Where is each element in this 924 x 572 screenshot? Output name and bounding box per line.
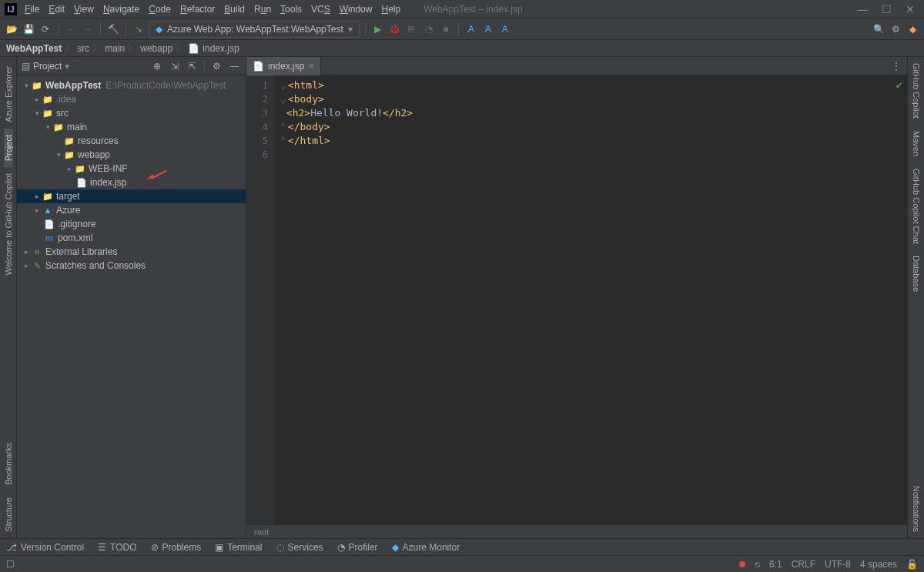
- expand-all-icon[interactable]: ⇲: [168, 59, 182, 73]
- search-icon[interactable]: 🔍: [872, 22, 886, 36]
- editor-tabs: 📄 index.jsp ✕ ⋮: [246, 57, 907, 75]
- quick-access-icon[interactable]: ☐: [6, 559, 15, 570]
- toolwindow-bookmarks[interactable]: Bookmarks: [4, 437, 13, 491]
- toolwindow-copilot-chat[interactable]: GitHub Copilot Chat: [912, 162, 921, 250]
- copilot-status-icon[interactable]: ⎋: [755, 559, 760, 570]
- project-tree[interactable]: ▾📁 WebAppTest E:\ProductCode\WebAppTest …: [17, 75, 246, 538]
- toolwindow-azure-explorer[interactable]: Azure Explorer: [4, 60, 13, 129]
- menu-view[interactable]: View: [74, 4, 94, 15]
- indent-setting[interactable]: 4 spaces: [860, 559, 897, 570]
- caret-position[interactable]: 6:1: [769, 559, 782, 570]
- terminal-icon: ▣: [215, 542, 223, 553]
- read-only-lock-icon[interactable]: 🔓: [906, 559, 918, 570]
- stop-icon[interactable]: ■: [439, 22, 453, 36]
- inspection-ok-icon[interactable]: ✔: [896, 79, 902, 91]
- select-run-icon[interactable]: ↘: [132, 22, 146, 36]
- toolwindow-github-copilot[interactable]: GitHub Copilot: [912, 57, 921, 125]
- select-opened-file-icon[interactable]: ⊕: [150, 59, 164, 73]
- toolwindow-todo[interactable]: ☰TODO: [98, 542, 136, 553]
- tree-node-target[interactable]: ▸📁 target: [17, 189, 246, 203]
- tree-node-webinf[interactable]: ▸📁 WEB-INF: [17, 162, 246, 176]
- project-view-selector[interactable]: ▤ Project ▾: [22, 61, 69, 72]
- editor-tab-index-jsp[interactable]: 📄 index.jsp ✕: [246, 57, 321, 75]
- code-content[interactable]: ⌄<html> ⌄<body> <h2>Hello World!</h2> ⌃<…: [274, 75, 907, 524]
- close-tab-icon[interactable]: ✕: [308, 62, 314, 70]
- menu-help[interactable]: Help: [381, 4, 400, 15]
- menu-file[interactable]: File: [25, 4, 39, 15]
- save-all-icon[interactable]: 💾: [22, 22, 35, 36]
- toolwindow-project[interactable]: Project: [4, 129, 13, 167]
- run-icon[interactable]: ▶: [371, 22, 385, 36]
- code-editor[interactable]: 1 2 3 4 5 6 ⌄<html> ⌄<body> <h2>Hello Wo…: [246, 75, 907, 524]
- sync-icon[interactable]: ⟳: [38, 22, 52, 36]
- breadcrumb[interactable]: WebAppTest: [6, 43, 62, 54]
- menu-navigate[interactable]: Navigate: [103, 4, 139, 15]
- tree-node-resources[interactable]: 📁 resources: [17, 134, 246, 148]
- jsp-icon: 📄: [188, 43, 199, 54]
- profile-icon[interactable]: ◔: [422, 22, 436, 36]
- tree-node-idea[interactable]: ▸📁 .idea: [17, 92, 246, 106]
- jetbrains-icon[interactable]: ◆: [906, 22, 919, 36]
- build-icon[interactable]: 🔨: [106, 22, 120, 36]
- collapse-all-icon[interactable]: ⇱: [186, 59, 199, 73]
- line-separator[interactable]: CRLF: [792, 559, 815, 570]
- footer-crumb[interactable]: root: [254, 527, 269, 537]
- menu-tools[interactable]: Tools: [280, 4, 302, 15]
- breadcrumb[interactable]: main: [105, 43, 125, 54]
- toolwindow-profiler[interactable]: ◔Profiler: [337, 542, 378, 553]
- tree-node-index-jsp[interactable]: 📄 index.jsp: [17, 176, 246, 189]
- menu-edit[interactable]: Edit: [49, 4, 65, 15]
- tree-node-scratches[interactable]: ▸✎ Scratches and Consoles: [17, 259, 246, 273]
- breadcrumb[interactable]: src: [77, 43, 89, 54]
- toolwindow-notifications[interactable]: Notifications: [912, 480, 921, 538]
- open-icon[interactable]: 📂: [5, 22, 18, 36]
- menu-refactor[interactable]: Refactor: [180, 4, 215, 15]
- menu-run[interactable]: Run: [254, 4, 271, 15]
- chevron-down-icon: ▾: [65, 61, 69, 72]
- toolwindow-services[interactable]: ◌Services: [276, 542, 323, 553]
- run-config-selector[interactable]: ◆ Azure Web App: WebAppTest:WebAppTest ▾: [149, 21, 360, 38]
- menu-code[interactable]: Code: [149, 4, 171, 15]
- breadcrumb[interactable]: index.jsp: [203, 43, 239, 54]
- tree-node-azure[interactable]: ▸▲ Azure: [17, 203, 246, 217]
- maximize-button[interactable]: ☐: [882, 3, 892, 15]
- editor-tabs-more-icon[interactable]: ⋮: [886, 61, 907, 72]
- azure-tool-icon-1[interactable]: A: [464, 22, 478, 36]
- tree-node-webapp[interactable]: ▾📁 webapp: [17, 148, 246, 162]
- toolwindow-terminal[interactable]: ▣Terminal: [215, 542, 262, 553]
- tree-node-main[interactable]: ▾📁 main: [17, 120, 246, 134]
- debug-icon[interactable]: 🐞: [388, 22, 402, 36]
- minimize-button[interactable]: —: [857, 3, 868, 15]
- tree-node-root[interactable]: ▾📁 WebAppTest E:\ProductCode\WebAppTest: [17, 79, 246, 92]
- toolwindow-copilot-welcome[interactable]: Welcome to GitHub Copilot: [4, 167, 13, 281]
- breadcrumb[interactable]: webapp: [140, 43, 172, 54]
- file-encoding[interactable]: UTF-8: [825, 559, 851, 570]
- branch-icon: ⎇: [6, 542, 17, 553]
- tree-node-gitignore[interactable]: 📄 .gitignore: [17, 217, 246, 231]
- tree-node-src[interactable]: ▾📁 src: [17, 106, 246, 120]
- azure-tool-icon-2[interactable]: A: [481, 22, 495, 36]
- toolwindow-database[interactable]: Database: [912, 249, 921, 298]
- toolwindow-version-control[interactable]: ⎇Version Control: [6, 542, 84, 553]
- menu-window[interactable]: Window: [340, 4, 373, 15]
- gear-icon[interactable]: ⚙: [209, 59, 223, 73]
- azure-icon: ◆: [156, 24, 162, 35]
- menu-build[interactable]: Build: [224, 4, 245, 15]
- toolwindow-structure[interactable]: Structure: [4, 491, 13, 538]
- coverage-icon[interactable]: ⛨: [405, 22, 419, 36]
- jsp-icon: 📄: [253, 61, 264, 72]
- tree-node-external-libs[interactable]: ▸⌗ External Libraries: [17, 245, 246, 259]
- menu-vcs[interactable]: VCS: [311, 4, 330, 15]
- toolwindow-maven[interactable]: Maven: [912, 125, 921, 162]
- toolwindow-azure-monitor[interactable]: ◆Azure Monitor: [392, 542, 460, 553]
- navigation-bar: WebAppTest 〉 src 〉 main 〉 webapp 〉 📄 ind…: [0, 40, 924, 57]
- azure-tool-icon-3[interactable]: A: [498, 22, 512, 36]
- status-indicator-icon[interactable]: [739, 561, 745, 567]
- tree-node-pom[interactable]: m pom.xml: [17, 231, 246, 245]
- close-button[interactable]: ✕: [906, 3, 915, 15]
- back-icon[interactable]: ←: [64, 22, 78, 36]
- forward-icon[interactable]: →: [81, 22, 95, 36]
- hide-icon[interactable]: —: [227, 59, 241, 73]
- toolwindow-problems[interactable]: ⊘Problems: [151, 542, 202, 553]
- settings-icon[interactable]: ⚙: [889, 22, 902, 36]
